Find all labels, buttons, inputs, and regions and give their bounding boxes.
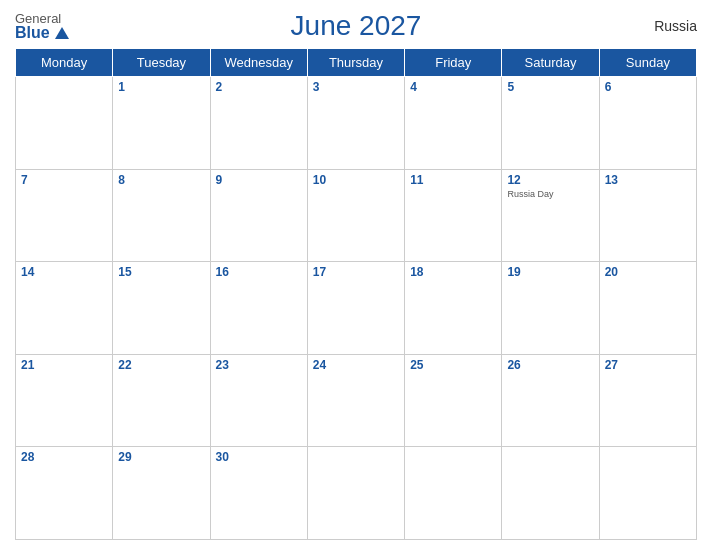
day-header-tuesday: Tuesday — [113, 49, 210, 77]
calendar-cell — [307, 447, 404, 540]
calendar-cell: 22 — [113, 354, 210, 447]
day-number: 21 — [21, 358, 107, 372]
calendar-cell: 29 — [113, 447, 210, 540]
week-row-3: 14151617181920 — [16, 262, 697, 355]
calendar-cell: 17 — [307, 262, 404, 355]
calendar-cell: 18 — [405, 262, 502, 355]
calendar-cell: 20 — [599, 262, 696, 355]
day-number: 7 — [21, 173, 107, 187]
day-number: 11 — [410, 173, 496, 187]
calendar-cell: 7 — [16, 169, 113, 262]
day-number: 4 — [410, 80, 496, 94]
week-row-1: 123456 — [16, 77, 697, 170]
calendar-cell: 27 — [599, 354, 696, 447]
day-number: 13 — [605, 173, 691, 187]
calendar-cell: 14 — [16, 262, 113, 355]
calendar-cell: 10 — [307, 169, 404, 262]
country-label: Russia — [654, 18, 697, 34]
days-header-row: MondayTuesdayWednesdayThursdayFridaySatu… — [16, 49, 697, 77]
day-number: 22 — [118, 358, 204, 372]
logo-blue: Blue — [15, 25, 69, 41]
page-title: June 2027 — [291, 10, 422, 42]
day-number: 28 — [21, 450, 107, 464]
calendar-cell — [16, 77, 113, 170]
week-row-5: 282930 — [16, 447, 697, 540]
calendar-cell: 6 — [599, 77, 696, 170]
calendar-cell: 25 — [405, 354, 502, 447]
calendar-cell: 16 — [210, 262, 307, 355]
day-header-sunday: Sunday — [599, 49, 696, 77]
day-number: 2 — [216, 80, 302, 94]
svg-marker-0 — [55, 27, 69, 39]
day-number: 24 — [313, 358, 399, 372]
day-number: 17 — [313, 265, 399, 279]
calendar-cell: 1 — [113, 77, 210, 170]
day-header-wednesday: Wednesday — [210, 49, 307, 77]
calendar-cell: 28 — [16, 447, 113, 540]
day-number: 6 — [605, 80, 691, 94]
day-number: 23 — [216, 358, 302, 372]
day-header-friday: Friday — [405, 49, 502, 77]
calendar-table: MondayTuesdayWednesdayThursdayFridaySatu… — [15, 48, 697, 540]
day-number: 19 — [507, 265, 593, 279]
calendar-cell: 30 — [210, 447, 307, 540]
day-header-thursday: Thursday — [307, 49, 404, 77]
calendar-cell: 8 — [113, 169, 210, 262]
day-number: 3 — [313, 80, 399, 94]
calendar-cell: 19 — [502, 262, 599, 355]
holiday-label: Russia Day — [507, 189, 593, 200]
day-number: 26 — [507, 358, 593, 372]
day-number: 29 — [118, 450, 204, 464]
day-number: 9 — [216, 173, 302, 187]
logo: General Blue — [15, 12, 69, 41]
day-number: 5 — [507, 80, 593, 94]
calendar-cell: 11 — [405, 169, 502, 262]
day-header-saturday: Saturday — [502, 49, 599, 77]
calendar-cell — [502, 447, 599, 540]
day-number: 8 — [118, 173, 204, 187]
calendar-cell: 2 — [210, 77, 307, 170]
day-number: 12 — [507, 173, 593, 187]
calendar-cell — [405, 447, 502, 540]
calendar-cell: 23 — [210, 354, 307, 447]
calendar-cell — [599, 447, 696, 540]
calendar-cell: 9 — [210, 169, 307, 262]
calendar-cell: 26 — [502, 354, 599, 447]
day-number: 1 — [118, 80, 204, 94]
day-number: 25 — [410, 358, 496, 372]
week-row-2: 789101112Russia Day13 — [16, 169, 697, 262]
day-header-monday: Monday — [16, 49, 113, 77]
calendar-cell: 5 — [502, 77, 599, 170]
day-number: 18 — [410, 265, 496, 279]
calendar-cell: 4 — [405, 77, 502, 170]
calendar-cell: 3 — [307, 77, 404, 170]
day-number: 30 — [216, 450, 302, 464]
week-row-4: 21222324252627 — [16, 354, 697, 447]
calendar-header: General Blue June 2027 Russia — [15, 10, 697, 42]
day-number: 16 — [216, 265, 302, 279]
calendar-cell: 12Russia Day — [502, 169, 599, 262]
calendar-cell: 15 — [113, 262, 210, 355]
calendar-cell: 24 — [307, 354, 404, 447]
day-number: 10 — [313, 173, 399, 187]
calendar-cell: 13 — [599, 169, 696, 262]
calendar-cell: 21 — [16, 354, 113, 447]
day-number: 27 — [605, 358, 691, 372]
day-number: 20 — [605, 265, 691, 279]
day-number: 15 — [118, 265, 204, 279]
day-number: 14 — [21, 265, 107, 279]
